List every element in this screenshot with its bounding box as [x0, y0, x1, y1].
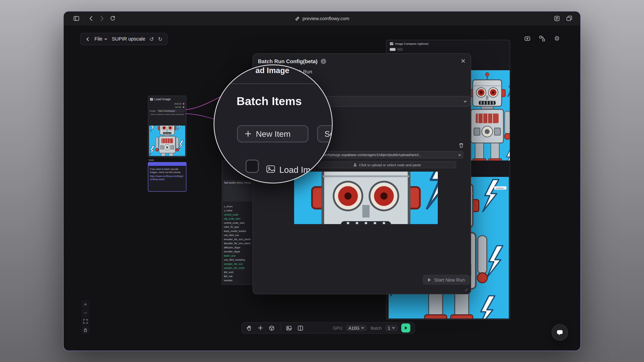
undo-icon[interactable]: ↺	[150, 36, 154, 42]
address-bar[interactable]: preview.comflowy.com	[295, 11, 349, 25]
zoom-in-button[interactable]: +	[81, 300, 90, 308]
param-row[interactable]: control_scale	[222, 213, 253, 217]
layout-icon[interactable]	[297, 325, 304, 331]
resize-handle[interactable]	[464, 288, 468, 292]
batch-item-image	[294, 172, 438, 224]
param-row[interactable]: color_fix_type	[222, 225, 253, 229]
sidebar-toggle-icon[interactable]	[71, 13, 82, 24]
image-url-field[interactable]: https://ndeqfsjpjqb...	[157, 109, 185, 112]
gpu-select[interactable]: A10G	[346, 325, 367, 331]
canvas[interactable]: Load Image IMAGE MASK image https://ndeq…	[64, 25, 580, 351]
param-row[interactable]: sampler	[222, 278, 253, 282]
param-row[interactable]: diffusion_dtype	[222, 245, 253, 249]
select-node-button[interactable]: Se	[317, 125, 333, 142]
settings-gear-icon[interactable]: ⚙	[552, 34, 562, 43]
param-row[interactable]: encoder_dtype	[222, 250, 253, 254]
fit-view-button[interactable]	[81, 317, 90, 326]
hand-tool-icon[interactable]	[246, 325, 252, 331]
workflow-toolbar: File SUPIR upscale ↺ ↻	[80, 33, 167, 45]
comparer-image-top[interactable]	[471, 70, 510, 161]
node-load-image[interactable]: Load Image IMAGE MASK image https://ndeq…	[148, 96, 186, 157]
upload-dropzone[interactable]: Click to upload or select node and paste	[318, 161, 456, 168]
lock-button[interactable]	[81, 326, 90, 334]
param-row[interactable]: s_noise	[222, 209, 253, 213]
info-icon[interactable]: i	[321, 59, 326, 64]
back-button[interactable]	[86, 13, 96, 24]
item-url-select[interactable]: bmfqskzgz.supabase.co/storage/v1/object/…	[321, 151, 464, 158]
image-icon	[390, 42, 394, 45]
link-icon	[295, 16, 300, 21]
canvas-toolbar: GPU A10G Batch 1	[242, 322, 415, 334]
gallery-button[interactable]	[522, 34, 532, 43]
close-icon[interactable]: ✕	[460, 57, 466, 65]
image-tool-icon[interactable]	[286, 325, 292, 331]
delete-item-button[interactable]	[457, 142, 466, 149]
run-button[interactable]	[401, 324, 410, 333]
url-text: preview.comflowy.com	[302, 16, 349, 21]
param-row[interactable]: s_churn	[222, 204, 253, 209]
browser-toolbar: preview.comflowy.com	[64, 11, 580, 25]
workflow-apps-button[interactable]	[537, 34, 547, 43]
node-title: Load Image	[154, 97, 171, 101]
watermark-badge: comflowy_	[494, 186, 506, 190]
node-title: Image Comparer (rgthree)	[395, 42, 428, 45]
image-icon	[150, 97, 153, 101]
param-row[interactable]: fp8_vae	[222, 274, 253, 278]
param-row[interactable]: sampler_tile_stride	[222, 266, 253, 270]
item-checkbox[interactable]	[246, 160, 258, 173]
comparer-tab-b[interactable]	[397, 48, 403, 51]
negative-prompt-field[interactable]: bad quality, blurry, messy	[223, 180, 252, 201]
magnifier-loupe: ad Image Batch Items New Item Se Load Im…	[214, 64, 332, 183]
chat-support-button[interactable]	[552, 324, 568, 341]
play-icon	[428, 278, 431, 282]
batch-label: Batch	[371, 326, 382, 330]
upload-hint[interactable]: Click to upload or select node and paste	[148, 113, 186, 116]
param-list: s_churn s_noise control_scale cfg_scale_…	[222, 204, 253, 282]
param-row[interactable]: fp8_unet	[222, 270, 253, 274]
reader-icon[interactable]	[552, 13, 562, 24]
param-row[interactable]: keep_model_loaded	[222, 229, 253, 233]
param-row[interactable]: use_tiled_sampling	[222, 258, 253, 262]
desktop: preview.comflowy.com	[0, 0, 644, 362]
port-dot	[183, 103, 184, 105]
forward-button[interactable]	[96, 13, 107, 24]
chevron-down-icon	[392, 326, 395, 330]
file-menu[interactable]: File	[94, 36, 108, 42]
chevron-down-icon	[104, 37, 108, 41]
field-label: image	[150, 110, 156, 112]
param-row[interactable]: batch_size	[222, 254, 253, 258]
comparer-tab-a[interactable]	[390, 48, 396, 51]
note-node-title: Note	[149, 159, 154, 161]
chevron-left-icon[interactable]	[85, 36, 90, 42]
start-new-run-button[interactable]: Start New Run	[422, 275, 470, 285]
param-row[interactable]: cfg_scale_start	[222, 217, 253, 221]
param-row[interactable]: sampler_tile_size	[222, 262, 253, 266]
batch-select[interactable]: 1	[386, 325, 398, 331]
param-row[interactable]: encoder_tile_size_pixels	[222, 237, 253, 241]
plus-icon	[244, 130, 252, 137]
add-node-icon[interactable]	[258, 325, 263, 331]
param-row[interactable]: use_tiled_vae	[222, 233, 253, 237]
output-mask-port[interactable]: MASK	[148, 105, 186, 109]
output-image-port[interactable]: IMAGE	[148, 102, 186, 106]
chevron-down-icon	[463, 100, 467, 103]
param-row[interactable]: control_scale_start	[222, 221, 253, 225]
new-item-button[interactable]: New Item	[237, 125, 308, 142]
redo-icon[interactable]: ↻	[158, 36, 162, 42]
node-note[interactable]: If you want to batch upscale images, che…	[148, 162, 186, 192]
note-text: If you want to batch upscale images, che…	[150, 168, 181, 174]
node-supir-sampler[interactable]: bad quality, blurry, messy s_churn s_noi…	[222, 160, 254, 285]
trash-icon	[458, 142, 464, 148]
reload-button[interactable]	[107, 13, 118, 24]
header-actions: ⚙	[522, 33, 562, 44]
port-dot	[183, 106, 184, 108]
note-link: https://www.comflowy.com/blog/comflowy-b…	[150, 175, 184, 181]
tabs-icon[interactable]	[564, 13, 574, 24]
zoom-out-button[interactable]: −	[81, 309, 90, 317]
gpu-label: GPU	[333, 326, 342, 330]
param-row[interactable]: decoder_tile_size_latent	[222, 241, 253, 245]
play-icon	[404, 326, 408, 330]
model-cube-icon[interactable]	[269, 325, 275, 331]
magnified-item-title: ad Image	[256, 66, 289, 75]
chat-bubble-icon	[556, 329, 564, 336]
